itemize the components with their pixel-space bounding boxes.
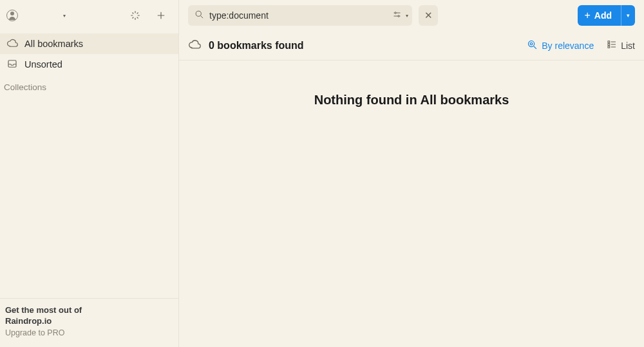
plus-icon: +	[584, 10, 590, 21]
sparkle-icon[interactable]	[129, 10, 141, 21]
clear-search-button[interactable]: ✕	[419, 5, 438, 26]
search-box[interactable]: ▾	[188, 5, 412, 26]
add-button-caret[interactable]: ▾	[621, 5, 635, 26]
collections-header[interactable]: Collections	[0, 75, 178, 92]
sidebar-item-unsorted[interactable]: Unsorted	[0, 54, 178, 75]
list-icon	[607, 39, 617, 52]
svg-point-7	[531, 42, 533, 45]
view-label: List	[621, 41, 635, 51]
avatar[interactable]	[6, 10, 18, 21]
subbar: 0 bookmarks found By relevance List	[179, 31, 644, 61]
filter-icon[interactable]	[392, 10, 402, 22]
collections-label: Collections	[4, 82, 46, 92]
sort-button[interactable]: By relevance	[527, 39, 594, 52]
cloud-icon	[6, 37, 18, 51]
add-button[interactable]: + Add	[578, 5, 621, 26]
search-caret[interactable]: ▾	[406, 13, 408, 19]
svg-rect-8	[608, 41, 610, 43]
inbox-icon	[6, 58, 18, 71]
view-button[interactable]: List	[607, 39, 635, 52]
svg-point-3	[196, 11, 201, 16]
svg-point-6	[529, 41, 535, 46]
sort-label: By relevance	[542, 41, 594, 51]
empty-message: Nothing found in All bookmarks	[314, 93, 509, 107]
sidebar: ▾ All bookmarks Unsorted Collections	[0, 0, 179, 347]
main: ▾ ✕ + Add ▾ 0 bookmarks found By relevan…	[179, 0, 644, 347]
promo-subtitle: Upgrade to PRO	[5, 328, 173, 337]
close-icon: ✕	[424, 10, 433, 21]
svg-point-5	[398, 15, 400, 17]
sidebar-nav: All bookmarks Unsorted	[0, 31, 178, 75]
results-count: 0 bookmarks found	[209, 40, 304, 52]
upgrade-promo[interactable]: Get the most out of Raindrop.io Upgrade …	[0, 298, 178, 347]
sidebar-item-label: All bookmarks	[24, 39, 83, 49]
topbar: ▾ ✕ + Add ▾	[179, 0, 644, 31]
add-button-group: + Add ▾	[578, 5, 635, 26]
sidebar-item-all-bookmarks[interactable]: All bookmarks	[0, 33, 178, 54]
cloud-icon	[188, 38, 201, 53]
search-icon	[194, 10, 204, 22]
search-input[interactable]	[209, 10, 387, 21]
svg-point-4	[395, 12, 397, 14]
promo-title: Get the most out of Raindrop.io	[5, 305, 173, 327]
add-button-label: Add	[594, 10, 612, 21]
account-menu-caret[interactable]: ▾	[63, 13, 66, 19]
svg-rect-9	[608, 44, 610, 46]
svg-rect-0	[8, 60, 16, 67]
svg-rect-10	[608, 46, 610, 48]
empty-state: Nothing found in All bookmarks	[179, 61, 644, 347]
relevance-icon	[527, 39, 538, 52]
sidebar-item-label: Unsorted	[24, 59, 62, 70]
plus-icon[interactable]	[155, 10, 167, 21]
sidebar-top: ▾	[0, 0, 178, 31]
